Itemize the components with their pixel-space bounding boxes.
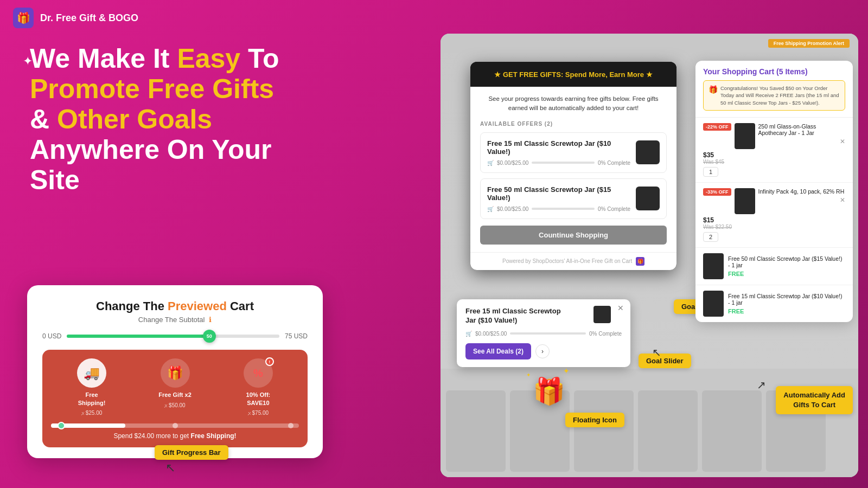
callout-arrow-up: ↖: [165, 461, 228, 475]
cart-item-4-img: [703, 291, 724, 317]
hero-line2: Promote Free Gifts: [30, 74, 312, 104]
cart-item-2-name: Infinity Pack 4g, 10 pack, 62% RH: [758, 188, 845, 195]
cart-item-3: Free 50 ml Classic Screwtop Jar ($15 Val…: [695, 248, 853, 285]
cart-item-1-price: $35: [703, 151, 845, 159]
cart-item-4-name: Free 15 ml Classic Screwtop Jar ($10 Val…: [728, 293, 845, 306]
slider-min: 0 USD: [42, 332, 61, 340]
progress-card-subtitle: Change The Subtotal ℹ: [42, 316, 308, 324]
spend-text: Spend $24.00 more to get Free Shipping!: [51, 432, 299, 440]
hero-line1-yellow: Easy: [177, 43, 240, 74]
cart-item-3-img: [703, 253, 724, 279]
cart-item-1-img: [735, 123, 755, 149]
slider-fill: [67, 335, 209, 338]
goal-slider-arrow: ↖: [652, 346, 661, 359]
hero-section: We Make It Easy To Promote Free Gifts & …: [30, 43, 312, 195]
offer-1-info: Free 15 ml Classic Screwtop Jar ($10 Val…: [487, 139, 630, 166]
hero-line5: Site: [30, 165, 312, 195]
hero-text: We Make It Easy To Promote Free Gifts & …: [30, 43, 312, 195]
see-all-deals-btn[interactable]: See All Deals (2): [465, 343, 531, 359]
offer-1-name: Free 15 ml Classic Screwtop Jar ($10 Val…: [487, 139, 630, 156]
goal-popup: ★ GET FREE GIFTS: Spend More, Earn More …: [470, 62, 676, 270]
dot-2: [173, 423, 178, 428]
popup-desc: See your progress towards earning free g…: [480, 94, 667, 113]
goals-row: 🚚 FreeShipping! ꭗ $25.00 🎁 Free Gift x2 …: [51, 358, 299, 416]
cart-item-1-close[interactable]: ✕: [840, 138, 845, 145]
goal-icon-3: % !: [244, 358, 273, 388]
cart-title: Your Shopping Cart (5 Items): [703, 67, 845, 76]
offer-row-1: Free 15 ml Classic Screwtop Jar ($10 Val…: [480, 132, 667, 173]
popup-header-text: ★ GET FREE GIFTS: Spend More, Earn More …: [494, 70, 652, 79]
slider-img: [593, 306, 611, 323]
cart-item-2: -33% OFF Infinity Pack 4g, 10 pack, 62% …: [695, 183, 853, 248]
goal-slider-popup: ✕ Free 15 ml Classic ScrewtopJar ($10 Va…: [457, 299, 630, 367]
slider-row[interactable]: 0 USD 50 75 USD: [42, 332, 308, 340]
slider-track[interactable]: 50: [67, 335, 279, 338]
cart-item-1: -22% OFF 250 ml Glass-on-Glass Apothecar…: [695, 118, 853, 183]
goal-label-3: 10% Off:SAVE10: [246, 391, 271, 407]
cart-item-1-name: 250 ml Glass-on-Glass Apothecary Jar - 1…: [758, 123, 845, 136]
slider-max: 75 USD: [285, 332, 308, 340]
goal-item-3: % ! 10% Off:SAVE10 ꭗ $75.00: [244, 358, 273, 416]
hero-line1-white2: To: [248, 43, 279, 74]
dot-1: [58, 422, 65, 429]
progress-card-title: Change The Previewed Cart: [42, 299, 308, 313]
goal-label-1: FreeShipping!: [78, 391, 106, 407]
goal-item-1: 🚚 FreeShipping! ꭗ $25.00: [77, 358, 106, 416]
offer-2-img: [636, 187, 660, 210]
auto-add-callout: Automatically AddGifts To Cart: [776, 386, 853, 414]
offer-1-progress: 🛒 $0.00/$25.00 0% Complete: [487, 160, 630, 166]
cart-header: Your Shopping Cart (5 Items) 🎁 Congratul…: [695, 61, 853, 118]
cart-panel: Your Shopping Cart (5 Items) 🎁 Congratul…: [695, 61, 853, 322]
hero-line1-white: We Make It: [30, 43, 170, 74]
slider-close-btn[interactable]: ✕: [617, 304, 624, 312]
browser-area: Free Shipping Promotion Alert ★ GET FREE…: [441, 34, 858, 477]
offer-2-progress: 🛒 $0.00/$25.00 0% Complete: [487, 206, 630, 212]
slider-thumb[interactable]: 50: [203, 330, 216, 343]
offer-row-2: Free 50 ml Classic Screwtop Jar ($15 Val…: [480, 178, 667, 219]
slider-actions: See All Deals (2) ›: [465, 343, 622, 359]
goal-label-2: Free Gift x2: [158, 391, 192, 399]
sparkle-2: ✦: [526, 372, 531, 378]
shop-topbar: Free Shipping Promotion Alert: [441, 34, 858, 53]
dot-3: [288, 423, 293, 428]
offer-2-name: Free 50 ml Classic Screwtop Jar ($15 Val…: [487, 185, 630, 202]
cart-item-4: Free 15 ml Classic Screwtop Jar ($10 Val…: [695, 285, 853, 322]
auto-add-arrow: ↗: [757, 378, 766, 391]
goal-item-2: 🎁 Free Gift x2 ꭗ $50.00: [158, 358, 192, 416]
offer-1-img: [636, 140, 660, 164]
popup-body: See your progress towards earning free g…: [470, 87, 676, 252]
cart-item-2-qty[interactable]: 2: [703, 232, 718, 242]
cart-item-3-name: Free 50 ml Classic Screwtop Jar ($15 Val…: [728, 255, 845, 268]
slider-progress-row: 🛒 $0.00/$25.00 0% Complete: [465, 331, 622, 337]
bar-track: [51, 423, 299, 428]
hero-line3-yellow: Other Goals: [57, 104, 212, 134]
offer-2-info: Free 50 ml Classic Screwtop Jar ($15 Val…: [487, 185, 630, 212]
hero-line4: Anywhere On Your: [30, 134, 312, 165]
progress-bar-section: 🚚 FreeShipping! ꭗ $25.00 🎁 Free Gift x2 …: [42, 350, 308, 447]
popup-continue-btn[interactable]: Countinue Shopping: [480, 226, 667, 245]
popup-section-title: AVAILABLE OFFERS (2): [480, 121, 667, 127]
slider-arrow-btn[interactable]: ›: [535, 344, 550, 358]
cart-item-2-price: $15: [703, 216, 845, 224]
progress-card: Change The Previewed Cart Change The Sub…: [27, 285, 323, 458]
goal-price-1: ꭗ $25.00: [81, 410, 102, 416]
hero-line3-white: &: [30, 104, 57, 134]
goal-price-2: ꭗ $50.00: [164, 402, 185, 408]
goal-icon-2: 🎁: [161, 358, 190, 388]
shop-grid-bg: [441, 369, 858, 477]
cart-item-3-free: FREE: [728, 271, 845, 277]
floating-gift-emoji: 🎁: [533, 377, 565, 406]
popup-footer: Powered by ShopDoctors' All-in-One Free …: [470, 252, 676, 270]
cart-item-2-close[interactable]: ✕: [840, 196, 845, 204]
cart-item-1-was: Was $45: [703, 159, 845, 165]
goal-icon-1: 🚚: [77, 358, 106, 388]
goal-price-3: ꭗ $75.00: [248, 410, 269, 416]
cart-item-1-qty[interactable]: 1: [703, 167, 718, 177]
logo-icon: 🎁: [13, 8, 34, 28]
slider-title: Free 15 ml Classic ScrewtopJar ($10 Valu…: [465, 307, 563, 325]
gift-progress-callout: Gift Progress Bar ↖: [155, 445, 228, 475]
cart-item-2-was: Was $22.50: [703, 224, 845, 230]
floating-icon[interactable]: 🎁 ✦ ✦: [533, 376, 565, 407]
floating-icon-callout: Floating Icon: [565, 413, 624, 427]
popup-header: ★ GET FREE GIFTS: Spend More, Earn More …: [470, 62, 676, 87]
